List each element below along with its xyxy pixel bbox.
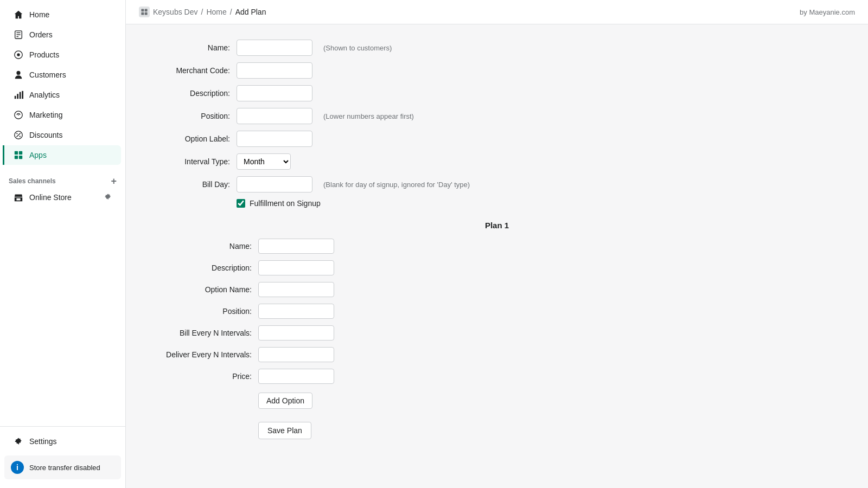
svg-rect-23	[145, 9, 148, 11]
position-label: Position:	[143, 112, 230, 120]
customers-icon	[13, 69, 24, 80]
main-area: Keysubs Dev / Home / Add Plan by Maeyani…	[126, 0, 868, 488]
online-store-left: Online Store	[13, 192, 72, 203]
store-icon	[13, 192, 24, 203]
fulfillment-checkbox[interactable]	[237, 199, 245, 208]
discounts-icon	[13, 130, 24, 140]
svg-rect-17	[19, 151, 22, 155]
name-label: Name:	[143, 43, 230, 52]
plan-description-input[interactable]	[258, 260, 334, 275]
sidebar-item-apps[interactable]: Apps	[3, 145, 121, 165]
orders-icon	[13, 29, 24, 40]
online-store-label: Online Store	[29, 193, 72, 202]
by-text: by Maeyanie.com	[800, 8, 855, 16]
sidebar-item-discounts[interactable]: Discounts	[4, 125, 121, 145]
name-hint: (Shown to customers)	[323, 44, 392, 52]
plan-description-label: Description:	[143, 264, 252, 272]
svg-rect-16	[15, 151, 18, 155]
add-option-button[interactable]: Add Option	[258, 393, 312, 409]
svg-point-15	[20, 136, 21, 137]
svg-rect-25	[145, 12, 148, 15]
merchant-code-input[interactable]	[237, 62, 312, 79]
plan-deliver-every-input[interactable]	[258, 347, 334, 362]
breadcrumb: Keysubs Dev / Home / Add Plan	[139, 7, 266, 17]
plan-name-input[interactable]	[258, 239, 334, 254]
svg-rect-6	[15, 96, 16, 99]
merchant-code-label: Merchant Code:	[143, 66, 230, 75]
sidebar: Home Orders Products Customers	[0, 0, 126, 488]
topbar: Keysubs Dev / Home / Add Plan by Maeyani…	[126, 0, 868, 24]
sidebar-item-home[interactable]: Home	[4, 5, 121, 24]
sales-channels-label: Sales channels	[9, 177, 56, 185]
settings-icon	[13, 436, 24, 447]
sidebar-item-settings[interactable]: Settings	[4, 432, 121, 451]
name-row: Name: (Shown to customers)	[143, 40, 851, 56]
svg-point-5	[17, 53, 20, 56]
bill-day-label: Bill Day:	[143, 180, 230, 189]
save-plan-button[interactable]: Save Plan	[258, 422, 311, 439]
breadcrumb-current: Add Plan	[235, 8, 266, 16]
add-option-row: Add Option	[258, 393, 851, 409]
plan-position-input[interactable]	[258, 304, 334, 319]
name-input[interactable]	[237, 40, 312, 56]
description-label: Description:	[143, 89, 230, 98]
svg-point-14	[16, 133, 17, 134]
plan-option-name-label: Option Name:	[143, 285, 252, 294]
sidebar-nav: Home Orders Products Customers	[0, 0, 125, 170]
marketing-icon	[13, 110, 24, 120]
sidebar-item-marketing[interactable]: Marketing	[4, 105, 121, 125]
plan-bill-every-input[interactable]	[258, 325, 334, 341]
interval-type-select[interactable]: Day Week Month Year	[237, 153, 291, 170]
svg-rect-9	[22, 91, 23, 99]
plan-price-input[interactable]	[258, 369, 334, 384]
breadcrumb-home: Home	[206, 8, 226, 16]
svg-rect-18	[15, 156, 18, 159]
plan-price-row: Price:	[143, 369, 851, 384]
sidebar-item-home-label: Home	[29, 10, 49, 19]
sidebar-item-analytics[interactable]: Analytics	[4, 85, 121, 105]
products-icon	[13, 49, 24, 60]
sales-channels-section: Sales channels +	[0, 170, 125, 188]
sidebar-item-products-label: Products	[29, 50, 59, 59]
plan-form-top: Name: (Shown to customers) Merchant Code…	[143, 40, 851, 208]
sidebar-item-orders[interactable]: Orders	[4, 25, 121, 44]
sidebar-bottom: Settings i Store transfer disabled	[0, 426, 125, 488]
sidebar-item-discounts-label: Discounts	[29, 131, 62, 139]
content-area: Name: (Shown to customers) Merchant Code…	[126, 24, 868, 488]
option-label-input[interactable]	[237, 131, 312, 147]
svg-rect-19	[19, 156, 22, 159]
plan-position-row: Position:	[143, 304, 851, 319]
settings-label: Settings	[29, 437, 57, 446]
sidebar-item-apps-label: Apps	[29, 151, 47, 159]
store-transfer-banner: i Store transfer disabled	[4, 455, 121, 479]
add-sales-channel-button[interactable]: +	[111, 176, 117, 186]
svg-rect-22	[141, 9, 144, 11]
breadcrumb-sep1: /	[201, 8, 203, 16]
sidebar-item-analytics-label: Analytics	[29, 91, 60, 99]
interval-type-label: Interval Type:	[143, 157, 230, 166]
description-row: Description:	[143, 85, 851, 101]
description-input[interactable]	[237, 85, 312, 101]
plan-bill-every-row: Bill Every N Intervals:	[143, 325, 851, 341]
online-store-settings-icon[interactable]	[104, 192, 112, 203]
position-input[interactable]	[237, 108, 312, 124]
plan-option-name-input[interactable]	[258, 282, 334, 297]
plan-name-label: Name:	[143, 242, 252, 251]
option-label-row: Option Label:	[143, 131, 851, 147]
breadcrumb-app-icon	[139, 7, 150, 17]
plan-description-row: Description:	[143, 260, 851, 275]
bill-day-input[interactable]	[237, 176, 312, 192]
position-hint: (Lower numbers appear first)	[323, 112, 414, 120]
plan-section: Plan 1 Name: Description: Option Name: P…	[143, 221, 851, 409]
plan-name-row: Name:	[143, 239, 851, 254]
sidebar-item-customers[interactable]: Customers	[4, 65, 121, 85]
breadcrumb-keysubs: Keysubs Dev	[153, 8, 197, 16]
sidebar-item-products[interactable]: Products	[4, 45, 121, 65]
plan-deliver-every-label: Deliver Every N Intervals:	[143, 350, 252, 359]
svg-rect-7	[17, 94, 18, 99]
plan-deliver-every-row: Deliver Every N Intervals:	[143, 347, 851, 362]
plan-bill-every-label: Bill Every N Intervals:	[143, 329, 252, 337]
fulfillment-row: Fulfillment on Signup	[237, 199, 851, 208]
sidebar-item-online-store[interactable]: Online Store	[4, 189, 121, 206]
sidebar-item-marketing-label: Marketing	[29, 111, 62, 119]
